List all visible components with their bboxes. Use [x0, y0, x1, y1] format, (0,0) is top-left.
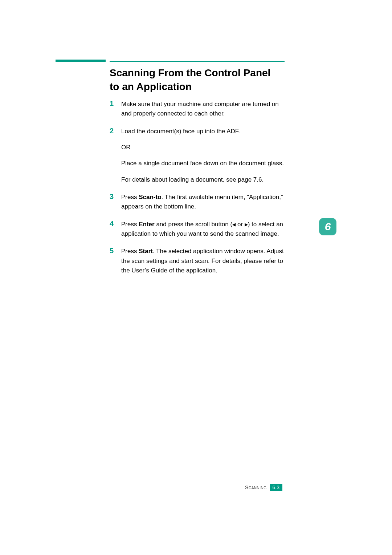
step-number: 3	[110, 193, 121, 212]
text-part: Press	[121, 194, 139, 200]
text-part: Press	[121, 248, 139, 255]
step-body: Press Enter and press the scroll button …	[121, 220, 285, 239]
step-text: Press Start. The selected application wi…	[121, 247, 285, 275]
text-part: Press	[121, 221, 139, 228]
heading-line-1: Scanning From the Control Panel	[110, 66, 298, 80]
section-heading: Scanning From the Control Panel to an Ap…	[110, 66, 298, 94]
step-2: 2 Load the document(s) face up into the …	[110, 127, 285, 185]
footer-section: Scanning	[245, 485, 266, 490]
triangle-right-icon: ▶	[245, 222, 248, 227]
step-5: 5 Press Start. The selected application …	[110, 247, 285, 275]
heading-rule-bold	[56, 60, 106, 62]
step-text: Press Scan-to. The first available menu …	[121, 193, 285, 212]
step-text: Make sure that your machine and computer…	[121, 100, 285, 119]
chapter-tab: 6	[319, 218, 336, 235]
text-part: and press the scroll button (	[155, 221, 233, 228]
step-text: Press Enter and press the scroll button …	[121, 220, 285, 239]
step-number: 1	[110, 100, 121, 119]
step-body: Press Scan-to. The first available menu …	[121, 193, 285, 212]
step-body: Press Start. The selected application wi…	[121, 247, 285, 275]
text-part: or	[236, 221, 245, 228]
step-3: 3 Press Scan-to. The first available men…	[110, 193, 285, 212]
triangle-left-icon: ◀	[232, 222, 236, 227]
chapter-number: 6	[325, 220, 331, 233]
step-text: Place a single document face down on the…	[121, 159, 285, 168]
heading-line-2: to an Application	[110, 80, 298, 94]
step-4: 4 Press Enter and press the scroll butto…	[110, 220, 285, 239]
step-body: Load the document(s) face up into the AD…	[121, 127, 285, 185]
step-text: OR	[121, 143, 285, 152]
bold-keyword: Start	[139, 248, 153, 255]
heading-rule-thin	[110, 61, 285, 62]
steps-list: 1 Make sure that your machine and comput…	[110, 100, 285, 283]
bold-keyword: Enter	[139, 221, 154, 228]
step-text: For details about loading a document, se…	[121, 175, 285, 185]
step-number: 4	[110, 220, 121, 239]
step-number: 2	[110, 127, 121, 185]
document-page: Scanning From the Control Panel to an Ap…	[0, 0, 392, 555]
page-footer: Scanning 6.3	[0, 484, 392, 491]
step-text: Load the document(s) face up into the AD…	[121, 127, 285, 136]
step-body: Make sure that your machine and computer…	[121, 100, 285, 119]
bold-keyword: Scan-to	[139, 194, 161, 200]
step-1: 1 Make sure that your machine and comput…	[110, 100, 285, 119]
step-number: 5	[110, 247, 121, 275]
page-number: 6.3	[270, 484, 282, 491]
